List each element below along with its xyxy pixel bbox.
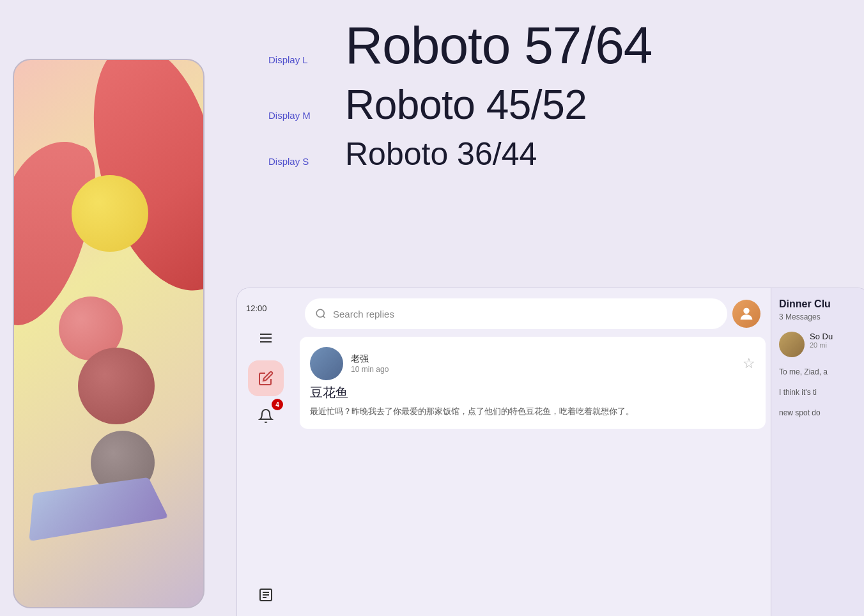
phone-ui-card: 12:00 4 bbox=[236, 288, 864, 616]
avatar-image bbox=[732, 300, 760, 328]
type-label-display-l: Display L bbox=[268, 54, 345, 65]
type-label-display-s: Display S bbox=[268, 156, 345, 167]
conversation-meta: 老强 10 min ago bbox=[351, 353, 735, 374]
conversation-pane: Search replies bbox=[295, 288, 771, 616]
avatar-placeholder bbox=[310, 347, 343, 380]
right-preview-line3: new spot do bbox=[779, 407, 862, 419]
right-message-time: 20 mi bbox=[810, 341, 862, 349]
type-row-display-l: Display L Roboto 57/64 bbox=[268, 19, 832, 72]
conversation-avatar bbox=[310, 347, 343, 380]
conversation-item[interactable]: 老强 10 min ago ☆ 豆花鱼 最近忙吗？昨晚我去了你最爱的那家饭馆，点… bbox=[300, 337, 766, 429]
sender-name: 老强 bbox=[351, 353, 735, 365]
phone-time: 12:00 bbox=[237, 298, 267, 313]
right-preview-line1: To me, Ziad, a bbox=[779, 366, 862, 378]
notification-badge: 4 bbox=[272, 399, 283, 410]
type-text-display-m: Roboto 45/52 bbox=[345, 84, 587, 125]
notifications-button[interactable]: 4 bbox=[251, 401, 281, 431]
right-avatar bbox=[779, 332, 805, 357]
right-sidebar-panel: Dinner Clu 3 Messages So Du 20 mi To me,… bbox=[771, 288, 864, 616]
search-row: Search replies bbox=[295, 288, 771, 334]
type-row-display-s: Display S Roboto 36/44 bbox=[268, 138, 832, 170]
message-time: 10 min ago bbox=[351, 365, 735, 374]
svg-line-8 bbox=[323, 316, 325, 318]
svg-point-9 bbox=[743, 308, 749, 314]
document-button[interactable] bbox=[251, 580, 281, 610]
phone-mockup bbox=[13, 59, 204, 608]
decorative-platform bbox=[29, 477, 168, 541]
star-icon[interactable]: ☆ bbox=[743, 355, 755, 372]
right-sender-name: So Du bbox=[810, 332, 862, 341]
right-panel-subtitle: 3 Messages bbox=[779, 312, 862, 321]
compose-button[interactable] bbox=[248, 360, 284, 396]
type-text-display-s: Roboto 36/44 bbox=[345, 138, 537, 170]
conversation-header: 老强 10 min ago ☆ bbox=[310, 347, 755, 380]
search-icon bbox=[315, 308, 327, 320]
typography-section: Display L Roboto 57/64 Display M Roboto … bbox=[217, 0, 864, 170]
type-label-display-m: Display M bbox=[268, 110, 345, 121]
search-placeholder: Search replies bbox=[333, 309, 394, 320]
decorative-circle-yellow bbox=[72, 175, 148, 252]
right-preview-line2: I think it's ti bbox=[779, 387, 862, 398]
right-conversation-list: So Du 20 mi To me, Ziad, a I think it's … bbox=[779, 332, 862, 419]
svg-point-7 bbox=[316, 309, 324, 317]
search-bar[interactable]: Search replies bbox=[305, 298, 727, 329]
type-text-display-l: Roboto 57/64 bbox=[345, 19, 652, 72]
conversation-preview: 最近忙吗？昨晚我去了你最爱的那家饭馆，点了他们的特色豆花鱼，吃着吃着就想你了。 bbox=[310, 405, 755, 419]
decorative-circle-dark-pink bbox=[78, 348, 155, 424]
type-row-display-m: Display M Roboto 45/52 bbox=[268, 84, 832, 125]
right-panel-title: Dinner Clu bbox=[779, 298, 862, 310]
user-avatar[interactable] bbox=[732, 300, 760, 328]
left-panel bbox=[0, 0, 217, 616]
right-panel: Display L Roboto 57/64 Display M Roboto … bbox=[217, 0, 864, 616]
conversation-title: 豆花鱼 bbox=[310, 384, 755, 401]
right-convo-meta: So Du 20 mi bbox=[810, 332, 862, 349]
right-convo-item[interactable]: So Du 20 mi bbox=[779, 332, 862, 357]
phone-nav-column: 12:00 4 bbox=[237, 288, 295, 616]
menu-button[interactable] bbox=[251, 323, 281, 353]
